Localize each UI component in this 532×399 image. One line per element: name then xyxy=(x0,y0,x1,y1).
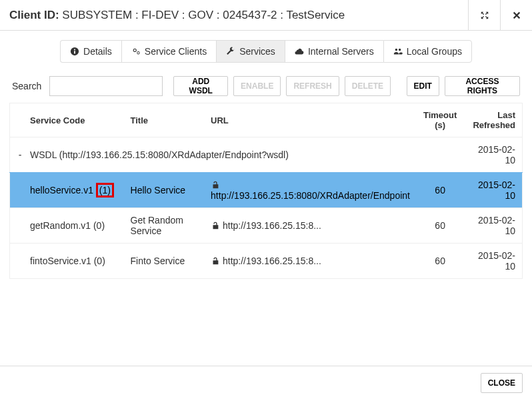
cell-service-code: helloService.v1 (1) xyxy=(23,173,124,208)
info-icon xyxy=(70,47,79,56)
toolbar: Search ADD WSDL ENABLE REFRESH DELETE ED… xyxy=(9,69,523,103)
col-title[interactable]: Title xyxy=(124,103,205,137)
tab-details[interactable]: Details xyxy=(60,40,121,63)
cell-timeout: 60 xyxy=(417,173,463,208)
unlock-icon xyxy=(211,221,220,230)
wsdl-label: WSDL (http://193.166.25.15:8080/XRdAdapt… xyxy=(23,137,463,173)
tab-label: Service Clients xyxy=(145,46,207,57)
cell-title: Get Random Service xyxy=(124,208,205,244)
refresh-button[interactable]: REFRESH xyxy=(286,76,339,96)
unlock-icon xyxy=(211,180,220,189)
close-x-button[interactable] xyxy=(500,0,532,30)
tabs: Details Service Clients Services Interna… xyxy=(0,31,532,69)
table-header-row: Service Code Title URL Timeout (s) Last … xyxy=(10,103,523,137)
services-table: Service Code Title URL Timeout (s) Last … xyxy=(9,103,523,279)
tab-label: Services xyxy=(239,46,275,57)
cell-refreshed: 2015-02-10 xyxy=(463,173,522,208)
client-id-label: Client ID: xyxy=(9,9,59,21)
expand-button[interactable] xyxy=(468,0,500,30)
header-title: Client ID: SUBSYSTEM : FI-DEV : GOV : 02… xyxy=(0,1,468,30)
tab-local-groups[interactable]: Local Groups xyxy=(383,40,472,63)
client-id-value: SUBSYSTEM : FI-DEV : GOV : 0245437-2 : T… xyxy=(62,9,345,21)
footer: CLOSE xyxy=(0,366,532,399)
col-service-code[interactable]: Service Code xyxy=(23,103,124,137)
wrench-icon xyxy=(226,47,235,56)
cloud-icon xyxy=(295,47,304,56)
cell-service-code: getRandom.v1 (0) xyxy=(23,208,124,244)
cell-url: http://193.166.25.15:8080/XRdAdapter/End… xyxy=(204,173,417,208)
tab-label: Details xyxy=(83,46,112,57)
expand-toggle[interactable]: - xyxy=(10,137,24,173)
tab-label: Internal Servers xyxy=(308,46,374,57)
cell-timeout: 60 xyxy=(417,208,463,244)
cell-url: http://193.166.25.15:8... xyxy=(204,208,417,244)
cell-url: http://193.166.25.15:8... xyxy=(204,244,417,279)
search-label: Search xyxy=(12,81,41,91)
unlock-icon xyxy=(211,256,220,266)
col-last-refreshed[interactable]: Last Refreshed xyxy=(463,103,522,137)
wsdl-group-row[interactable]: - WSDL (http://193.166.25.15:8080/XRdAda… xyxy=(10,137,523,173)
service-row[interactable]: getRandom.v1 (0) Get Random Service http… xyxy=(10,208,523,244)
content: Search ADD WSDL ENABLE REFRESH DELETE ED… xyxy=(0,69,532,279)
group-icon xyxy=(393,47,403,56)
expand-icon xyxy=(480,11,489,20)
cell-refreshed: 2015-02-10 xyxy=(463,244,522,279)
wsdl-refreshed: 2015-02-10 xyxy=(463,137,522,173)
acl-count-highlight: (1) xyxy=(96,183,114,198)
service-row[interactable]: helloService.v1 (1) Hello Service http:/… xyxy=(10,173,523,208)
header-buttons xyxy=(468,0,532,30)
access-rights-button[interactable]: ACCESS RIGHTS xyxy=(445,76,520,96)
cell-refreshed: 2015-02-10 xyxy=(463,208,522,244)
add-wsdl-button[interactable]: ADD WSDL xyxy=(173,76,228,96)
cogs-icon xyxy=(131,47,141,56)
tab-label: Local Groups xyxy=(407,46,462,57)
delete-button[interactable]: DELETE xyxy=(345,76,391,96)
col-url[interactable]: URL xyxy=(204,103,417,137)
col-timeout[interactable]: Timeout (s) xyxy=(417,103,463,137)
enable-button[interactable]: ENABLE xyxy=(233,76,281,96)
cell-title: Hello Service xyxy=(124,173,205,208)
tab-internal-servers[interactable]: Internal Servers xyxy=(285,40,383,63)
search-input[interactable] xyxy=(49,76,163,96)
cell-title: Finto Service xyxy=(124,244,205,279)
edit-button[interactable]: EDIT xyxy=(407,76,439,96)
close-button[interactable]: CLOSE xyxy=(481,373,523,393)
service-row[interactable]: fintoService.v1 (0) Finto Service http:/… xyxy=(10,244,523,279)
tab-services[interactable]: Services xyxy=(216,40,285,63)
cell-timeout: 60 xyxy=(417,244,463,279)
cell-service-code: fintoService.v1 (0) xyxy=(23,244,124,279)
tab-service-clients[interactable]: Service Clients xyxy=(121,40,216,63)
dialog-header: Client ID: SUBSYSTEM : FI-DEV : GOV : 02… xyxy=(0,0,532,31)
close-icon xyxy=(512,11,521,20)
